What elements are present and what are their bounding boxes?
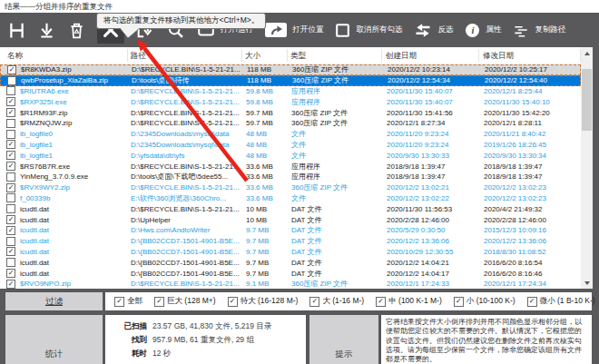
cell-path: D:\2345Downloads\mysql\data [128,141,242,149]
scroll-down-icon[interactable] [581,277,593,289]
header-size[interactable]: 大小 [242,49,288,62]
table-row[interactable]: ib_logfile0 D:\2345Downloads\mysql\data … [0,129,581,140]
open-location-button[interactable]: 打开位置 [264,21,323,39]
save-button[interactable] [7,21,26,40]
table-row[interactable]: $RIUTRA6.exe D:\$RECYCLE.BIN\S-1-5-21-21… [0,86,581,97]
cell-modified: 2015/12/3 10:09:16 [479,226,581,234]
row-checkbox[interactable] [6,269,15,278]
row-checkbox[interactable] [6,280,15,289]
svg-text:i: i [472,25,475,35]
row-checkbox[interactable] [6,215,15,224]
filter-option[interactable]: 巨大 (128 M+) [154,296,216,307]
swap-arrows-icon [413,21,433,39]
filter-option[interactable]: 特大 (16-128 M-) [228,296,299,307]
table-row[interactable]: $R8KWDA3.zip D:\$RECYCLE.BIN\S-1-5-21-21… [0,64,581,75]
row-checkbox[interactable] [6,140,15,149]
table-row[interactable]: $RXP325I.exe D:\$RECYCLE.BIN\S-1-5-21-21… [0,96,581,107]
cell-size: 9.1 MB [242,280,288,288]
table-row[interactable]: $RVX9WY2.zip D:\$RECYCLE.BIN\S-1-5-21-21… [0,182,581,193]
row-checkbox[interactable] [6,108,15,117]
cell-path: D:\2345Downloads\mysql\data [128,130,242,138]
cell-name: icudtl.dat [20,270,49,278]
cell-name: ib_logfile0 [20,130,53,138]
row-checkbox[interactable] [7,65,16,74]
filter-checkbox[interactable] [154,297,164,307]
table-row[interactable]: qwbProsetup_XiaZaiBa.zip D:\tools\桌面\待传 … [0,75,581,86]
cell-created: 2020/10/29 12:30:55 [382,248,479,256]
filter-checkbox[interactable] [228,297,238,307]
cell-modified: 2020/12/2 10:25:17 [480,65,580,74]
header-created[interactable]: 创建日期 [382,49,479,62]
cell-name: $RIUTRA6.exe [20,87,69,95]
table-row[interactable]: $RVO9NPO.zip D:\$RECYCLE.BIN\S-1-5-21-21… [0,279,581,290]
row-checkbox[interactable] [6,204,15,213]
filter-checkbox[interactable] [114,297,124,307]
row-checkbox[interactable] [6,258,15,267]
table-row[interactable]: icudtl.dat D:\{BB02CCD7-1501-4901-B5E...… [0,268,581,279]
cell-name: icudtl.dat [20,237,49,245]
table-row[interactable]: icudtl.dat D:\$RECYCLE.BIN\S-1-5-21-21..… [0,203,581,214]
row-checkbox[interactable] [6,226,15,235]
row-checkbox[interactable] [6,86,15,95]
vertical-scrollbar[interactable] [581,47,593,289]
cell-path: D:\UpHelper [128,216,242,224]
table-row[interactable]: $RMZNQJW.zip D:\$RECYCLE.BIN\S-1-5-21-21… [0,118,581,129]
table-row[interactable]: f_00339b E:\软件\360浏览器\360Chro... 33.6 MB… [0,193,581,204]
cell-modified: 2020/2/28 12:46:00 [479,216,581,224]
row-checkbox[interactable] [6,247,15,256]
filter-checkbox[interactable] [309,297,319,307]
properties-button[interactable]: i 属性 [464,22,501,39]
table-row[interactable]: $RS76B7R.exe D:\$RECYCLE.BIN\S-1-5-21-21… [0,161,581,172]
filter-checkbox[interactable] [454,297,464,307]
filter-option[interactable]: 大 (1-16 M-) [309,296,364,307]
table-row[interactable]: ib_logfile1 D:\2345Downloads\mysql\data … [0,140,581,151]
filter-option[interactable]: 中 (100 K-1 M-) [376,296,442,307]
row-checkbox[interactable] [6,162,15,171]
uncheck-all-label: 取消所有勾选 [356,25,402,35]
trash-icon [67,21,86,40]
scroll-up-icon[interactable] [581,47,593,59]
cell-path: D:\$RECYCLE.BIN\S-1-5-21-21... [128,280,242,288]
table-row[interactable]: icudtl.dat D:\{BB02CCD7-1501-4901-B5E...… [0,236,581,247]
cell-size: 33.6 MB [242,194,288,202]
copy-path-button[interactable]: 复制路径 [512,21,565,39]
delete-button[interactable] [67,21,86,40]
row-checkbox[interactable] [7,76,16,85]
table-row[interactable]: $R1RM93F.zip D:\$RECYCLE.BIN\S-1-5-21-21… [0,107,581,118]
stats-section-label: 统计 [5,315,103,364]
table-row[interactable]: icudtl.dat D:\{BB02CCD7-1501-4901-B5E...… [0,257,581,268]
row-checkbox[interactable] [6,130,15,139]
window-title: 结果——分组并排序的重复文件 [5,2,113,11]
table-row[interactable]: icudtl.dat D:\Hws.com\AndtoWriter 9.7 MB… [0,225,581,236]
header-path[interactable]: 路径 [128,49,242,62]
table-row[interactable]: YinMeng_3.7.0.9.exe D:\tools\桌面\下载吧\5dee… [0,172,581,182]
header-type[interactable]: 类型 [288,49,382,62]
row-checkbox[interactable] [6,183,15,192]
row-checkbox[interactable] [6,237,15,246]
filter-option[interactable]: 微小 (1 B-10 K-) [527,296,595,307]
table-row[interactable]: ib_logfile1 D:\yfsdata\db\yfs 48 MB 文件 2… [0,150,581,161]
row-checkbox[interactable] [6,193,15,202]
row-checkbox[interactable] [6,172,15,182]
cell-type: 应用程序 [288,86,382,96]
cell-name: $R8KWDA3.zip [21,65,72,74]
filter-option[interactable]: 小 (10-100 K-) [454,296,516,307]
row-checkbox[interactable] [6,151,15,160]
filter-checkbox[interactable] [527,297,537,307]
filter-option[interactable]: 全部 [114,296,142,307]
row-checkbox[interactable] [6,119,15,128]
table-row[interactable]: icudtl.dat D:\UpHelper 10 MB DAT 文件 2020… [0,214,581,225]
cell-path: D:\$RECYCLE.BIN\S-1-5-21-21... [128,119,242,127]
header-name[interactable]: 名称 [0,49,128,62]
filter-option-label: 特大 (16-128 M-) [241,296,299,307]
scrollbar-thumb[interactable] [582,69,592,131]
download-button[interactable] [37,21,56,40]
uncheck-all-button[interactable]: 取消所有勾选 [334,22,402,39]
header-modified[interactable]: 修改日期 [479,49,581,62]
cell-size: 33.6 MB [242,172,288,181]
invert-selection-button[interactable]: 反选 [413,21,453,39]
row-checkbox[interactable] [6,97,15,106]
filter-checkbox[interactable] [376,297,386,307]
cell-type: DAT 文件 [288,204,382,214]
table-row[interactable]: icudtl.dat D:\{BB02CCD7-1501-4901-B5E...… [0,247,581,258]
